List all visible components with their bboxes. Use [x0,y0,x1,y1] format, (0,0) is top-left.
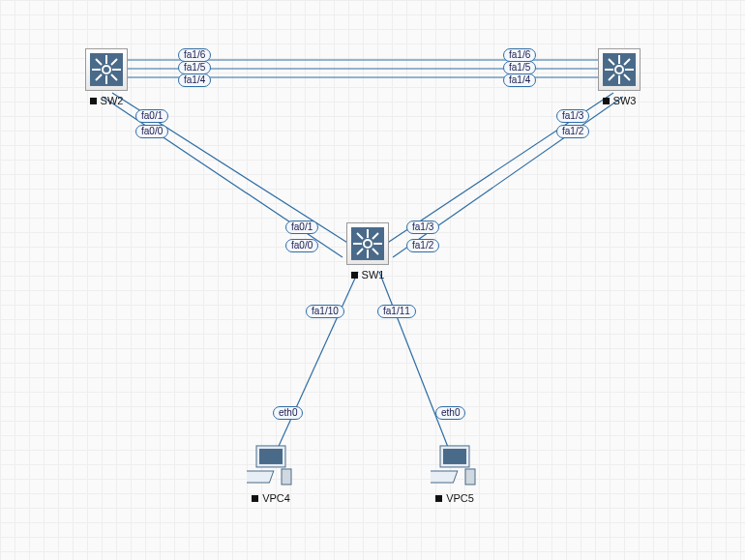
svg-rect-40 [259,449,283,464]
svg-rect-41 [247,471,274,483]
port-label: fa1/6 [503,48,536,62]
svg-line-8 [379,272,451,455]
switch-icon [598,48,641,91]
node-sw2[interactable]: SW2 [85,48,128,106]
port-label: fa1/2 [406,239,439,252]
node-sw1[interactable]: SW1 [346,222,389,280]
port-label: fa0/1 [135,109,168,123]
port-label: fa1/5 [178,61,211,74]
switch-icon [346,222,389,265]
node-label: VPC5 [446,492,474,504]
svg-line-7 [275,272,358,455]
port-label: fa1/6 [178,48,211,62]
port-label: fa1/5 [503,61,536,74]
node-vpc4[interactable]: VPC4 [247,444,295,504]
svg-rect-46 [465,469,475,485]
node-sw3[interactable]: SW3 [598,48,641,106]
node-label: SW3 [613,95,637,106]
port-label: fa1/11 [377,305,416,318]
pc-icon [247,444,295,488]
pc-icon [431,444,479,488]
port-label: fa0/1 [285,221,318,234]
node-vpc5[interactable]: VPC5 [431,444,479,504]
port-label: fa1/10 [306,305,344,318]
port-label: fa1/3 [556,109,589,123]
node-label: SW2 [101,95,124,106]
port-label: fa1/3 [406,221,439,234]
node-label: VPC4 [262,492,290,504]
svg-rect-45 [431,471,458,483]
port-label: fa1/4 [503,74,536,87]
switch-icon [85,48,128,91]
port-label: fa0/0 [285,239,318,252]
port-label: fa0/0 [135,125,168,138]
svg-rect-44 [443,449,466,464]
node-label: SW1 [362,269,385,280]
port-label: eth0 [435,406,465,420]
topology-canvas[interactable]: SW2 SW3 [0,0,745,560]
svg-rect-42 [282,469,291,485]
port-label: fa1/4 [178,74,211,87]
port-label: eth0 [273,406,303,420]
port-label: fa1/2 [556,125,589,138]
